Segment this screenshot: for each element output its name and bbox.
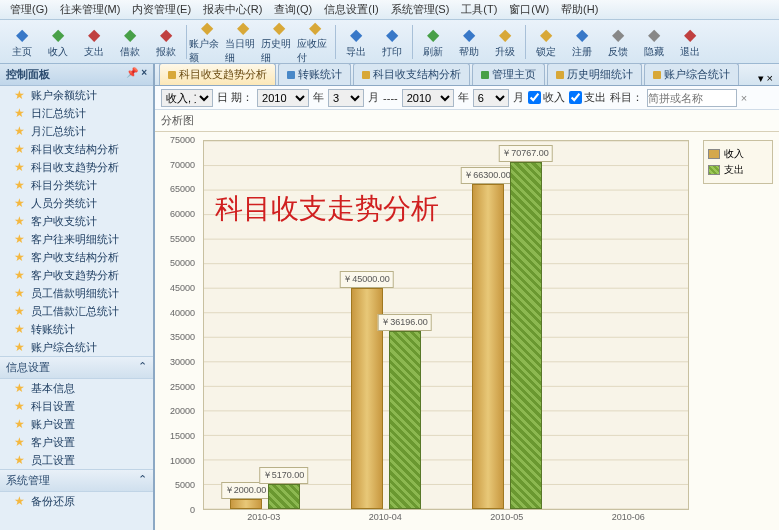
pin-icon[interactable]: 📌 × bbox=[126, 67, 147, 82]
sidebar-item[interactable]: ★账户综合统计 bbox=[0, 338, 153, 356]
bar-expense[interactable]: ￥5170.00 bbox=[268, 484, 300, 509]
tab-icon bbox=[481, 71, 489, 79]
type-select[interactable]: 收入, 支出,... bbox=[161, 89, 213, 107]
toolbar-退出[interactable]: ◆退出 bbox=[672, 22, 708, 62]
toolbar-隐藏[interactable]: ◆隐藏 bbox=[636, 22, 672, 62]
menu-item[interactable]: 工具(T) bbox=[455, 2, 503, 17]
y-tick-label: 55000 bbox=[170, 234, 195, 244]
menu-item[interactable]: 内资管理(E) bbox=[126, 2, 197, 17]
x-tick-label: 2010-05 bbox=[490, 512, 523, 522]
menu-item[interactable]: 帮助(H) bbox=[555, 2, 604, 17]
toolbar-separator bbox=[186, 25, 187, 59]
sidebar-item[interactable]: ★客户设置 bbox=[0, 433, 153, 451]
sidebar-item[interactable]: ★人员分类统计 bbox=[0, 194, 153, 212]
sidebar-item[interactable]: ★备份还原 bbox=[0, 492, 153, 510]
year2-select[interactable]: 2010 bbox=[402, 89, 454, 107]
tab[interactable]: 科目收支结构分析 bbox=[353, 63, 470, 85]
toolbar-当日明细[interactable]: ◆当日明细 bbox=[225, 22, 261, 62]
y-tick-label: 10000 bbox=[170, 456, 195, 466]
clear-icon[interactable]: × bbox=[741, 92, 747, 104]
sidebar-item[interactable]: ★客户收支结构分析 bbox=[0, 248, 153, 266]
sidebar-item[interactable]: ★员工设置 bbox=[0, 451, 153, 469]
toolbar-历史明细[interactable]: ◆历史明细 bbox=[261, 22, 297, 62]
sidebar-item[interactable]: ★基本信息 bbox=[0, 379, 153, 397]
y-tick-label: 65000 bbox=[170, 184, 195, 194]
expense-checkbox[interactable]: 支出 bbox=[569, 90, 606, 105]
sidebar-item[interactable]: ★科目收支趋势分析 bbox=[0, 158, 153, 176]
tab-icon bbox=[556, 71, 564, 79]
month1-select[interactable]: 3 bbox=[328, 89, 364, 107]
y-tick-label: 60000 bbox=[170, 209, 195, 219]
menu-item[interactable]: 系统管理(S) bbox=[385, 2, 456, 17]
star-icon: ★ bbox=[14, 250, 25, 264]
sidebar-item[interactable]: ★科目分类统计 bbox=[0, 176, 153, 194]
toolbar-主页[interactable]: ◆主页 bbox=[4, 22, 40, 62]
toolbar-导出[interactable]: ◆导出 bbox=[338, 22, 374, 62]
menu-item[interactable]: 信息设置(I) bbox=[318, 2, 384, 17]
bar-label: ￥2000.00 bbox=[221, 482, 271, 499]
star-icon: ★ bbox=[14, 453, 25, 467]
y-tick-label: 70000 bbox=[170, 160, 195, 170]
toolbar-账户余额[interactable]: ◆账户余额 bbox=[189, 22, 225, 62]
menu-item[interactable]: 报表中心(R) bbox=[197, 2, 268, 17]
sidebar-item[interactable]: ★客户往来明细统计 bbox=[0, 230, 153, 248]
sidebar-item[interactable]: ★账户余额统计 bbox=[0, 86, 153, 104]
star-icon: ★ bbox=[14, 417, 25, 431]
bar-expense[interactable]: ￥36196.00 bbox=[389, 331, 421, 509]
toolbar-借款[interactable]: ◆借款 bbox=[112, 22, 148, 62]
menu-item[interactable]: 查询(Q) bbox=[268, 2, 318, 17]
star-icon: ★ bbox=[14, 268, 25, 282]
sidebar-group[interactable]: 系统管理⌃ bbox=[0, 469, 153, 492]
toolbar-报款[interactable]: ◆报款 bbox=[148, 22, 184, 62]
menu-item[interactable]: 往来管理(M) bbox=[54, 2, 127, 17]
toolbar-锁定[interactable]: ◆锁定 bbox=[528, 22, 564, 62]
tab[interactable]: 转账统计 bbox=[278, 63, 351, 85]
sidebar-item[interactable]: ★日汇总统计 bbox=[0, 104, 153, 122]
toolbar-刷新[interactable]: ◆刷新 bbox=[415, 22, 451, 62]
sidebar-item[interactable]: ★员工借款汇总统计 bbox=[0, 302, 153, 320]
chevron-icon: ⌃ bbox=[138, 360, 147, 375]
tab[interactable]: 历史明细统计 bbox=[547, 63, 642, 85]
toolbar-升级[interactable]: ◆升级 bbox=[487, 22, 523, 62]
menu-item[interactable]: 窗口(W) bbox=[503, 2, 555, 17]
sidebar-item[interactable]: ★科目收支结构分析 bbox=[0, 140, 153, 158]
subject-search[interactable] bbox=[647, 89, 737, 107]
toolbar-注册[interactable]: ◆注册 bbox=[564, 22, 600, 62]
tabs-close-icon[interactable]: ▾ × bbox=[752, 72, 779, 85]
y-tick-label: 20000 bbox=[170, 406, 195, 416]
sidebar-item[interactable]: ★账户设置 bbox=[0, 415, 153, 433]
star-icon: ★ bbox=[14, 286, 25, 300]
bar-expense[interactable]: ￥70767.00 bbox=[510, 162, 542, 509]
sidebar-item[interactable]: ★转账统计 bbox=[0, 320, 153, 338]
toolbar-separator bbox=[525, 25, 526, 59]
sidebar-group[interactable]: 信息设置⌃ bbox=[0, 356, 153, 379]
y-tick-label: 30000 bbox=[170, 357, 195, 367]
star-icon: ★ bbox=[14, 124, 25, 138]
menu-item[interactable]: 管理(G) bbox=[4, 2, 54, 17]
toolbar-收入[interactable]: ◆收入 bbox=[40, 22, 76, 62]
month2-select[interactable]: 6 bbox=[473, 89, 509, 107]
bar-income[interactable]: ￥66300.00 bbox=[472, 184, 504, 509]
toolbar-帮助[interactable]: ◆帮助 bbox=[451, 22, 487, 62]
toolbar-应收应付[interactable]: ◆应收应付 bbox=[297, 22, 333, 62]
y-tick-label: 35000 bbox=[170, 332, 195, 342]
sidebar-item[interactable]: ★员工借款明细统计 bbox=[0, 284, 153, 302]
toolbar-支出[interactable]: ◆支出 bbox=[76, 22, 112, 62]
sidebar-item[interactable]: ★月汇总统计 bbox=[0, 122, 153, 140]
income-checkbox[interactable]: 收入 bbox=[528, 90, 565, 105]
x-tick-label: 2010-03 bbox=[247, 512, 280, 522]
star-icon: ★ bbox=[14, 232, 25, 246]
sidebar-item[interactable]: ★客户收支趋势分析 bbox=[0, 266, 153, 284]
toolbar-反馈[interactable]: ◆反馈 bbox=[600, 22, 636, 62]
bar-income[interactable]: ￥2000.00 bbox=[230, 499, 262, 509]
toolbar-打印[interactable]: ◆打印 bbox=[374, 22, 410, 62]
tab[interactable]: 管理主页 bbox=[472, 63, 545, 85]
legend-swatch-expense bbox=[708, 165, 720, 175]
year1-select[interactable]: 2010 bbox=[257, 89, 309, 107]
sidebar-item[interactable]: ★客户收支统计 bbox=[0, 212, 153, 230]
sidebar-item[interactable]: ★科目设置 bbox=[0, 397, 153, 415]
star-icon: ★ bbox=[14, 435, 25, 449]
star-icon: ★ bbox=[14, 160, 25, 174]
tab[interactable]: 科目收支趋势分析 bbox=[159, 63, 276, 85]
tab[interactable]: 账户综合统计 bbox=[644, 63, 739, 85]
